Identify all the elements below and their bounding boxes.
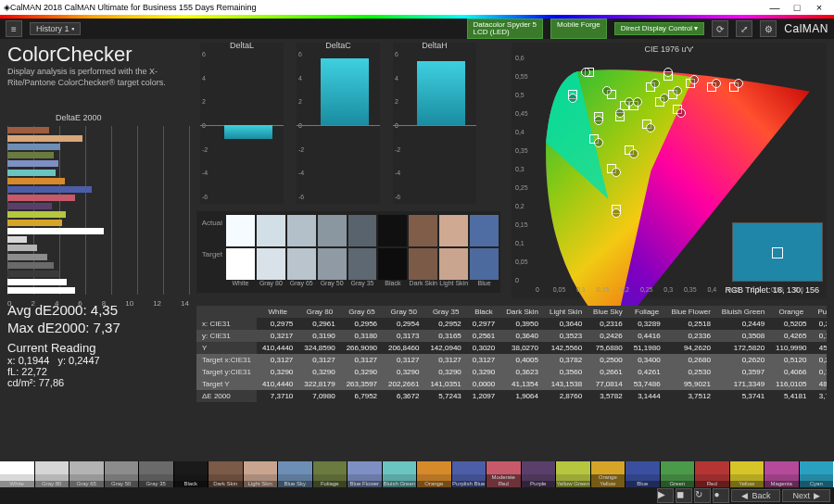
expand-icon[interactable]: ⤢ — [736, 20, 752, 37]
panel-header: ColorChecker Display analysis is perform… — [7, 43, 193, 88]
palette-swatch[interactable]: Purplish Blue — [452, 461, 487, 487]
palette-swatch[interactable]: Gray 35 — [139, 461, 174, 487]
window-maximize[interactable]: □ — [786, 2, 808, 13]
back-button[interactable]: ◀ Back — [731, 489, 780, 502]
de2000-bar — [7, 236, 27, 243]
cie-measured-point — [712, 79, 721, 88]
table-cell: 172,5820 — [716, 342, 770, 354]
de2000-bar — [7, 211, 66, 218]
swatch-target — [287, 248, 316, 280]
table-header: Gray 35 — [424, 306, 466, 318]
table-cell: 0,3623 — [500, 366, 544, 378]
table-cell: 1,2097 — [467, 390, 500, 402]
table-cell: 3,7512 — [666, 390, 716, 402]
cie-measured-point — [625, 97, 634, 107]
palette-swatch[interactable]: Orange — [417, 461, 452, 487]
palette-swatch[interactable]: Blue Flower — [348, 461, 383, 487]
palette-swatch[interactable]: Green — [661, 461, 696, 487]
de2000-bar — [7, 152, 54, 158]
de2000-bar — [7, 228, 104, 234]
table-cell: 0,16 — [812, 330, 827, 342]
window-title: CalMAN 2018 CalMAN Ultimate for Business… — [10, 3, 257, 12]
app-header: ≡ History 1 ▪ Datacolor Spyder 5 LCD (LE… — [0, 19, 834, 39]
palette-swatch[interactable]: Magenta — [764, 461, 800, 487]
next-button[interactable]: Next ▶ — [782, 489, 830, 502]
direct-display-control[interactable]: Direct Display Control ▾ — [614, 22, 705, 35]
record-button[interactable]: ● — [713, 488, 729, 503]
deltaC-chart: DeltaC-6-4-20246 — [297, 43, 380, 204]
table-row-header: Target x:CIE31 — [196, 354, 257, 366]
gear-icon[interactable]: ⚙ — [760, 20, 777, 37]
palette-swatch[interactable]: Moderate Red — [486, 461, 522, 487]
window-titlebar: ◈ CalMAN 2018 CalMAN Ultimate for Busine… — [0, 0, 834, 15]
table-cell: 0,3127 — [383, 354, 424, 366]
swatch-name: Gray 65 — [287, 280, 316, 293]
palette-swatch[interactable]: Yellow — [730, 461, 765, 487]
palette-swatch[interactable]: Dark Skin — [208, 461, 244, 487]
palette-swatch[interactable]: Blue Sky — [278, 461, 313, 487]
cie-measured-point — [734, 79, 743, 88]
swatch-target — [439, 248, 468, 280]
palette-swatch[interactable]: Gray 50 — [105, 461, 140, 487]
window-close[interactable]: × — [808, 2, 830, 13]
history-dropdown[interactable]: History 1 ▪ — [30, 22, 81, 35]
de2000-bar — [7, 170, 56, 176]
swatch-target — [226, 248, 255, 280]
palette-swatch[interactable]: White — [0, 461, 35, 487]
cie-measured-point — [646, 123, 655, 132]
palette-swatch[interactable]: Cyan — [800, 461, 835, 487]
cie-measured-point — [673, 86, 682, 95]
table-header: Foliage — [628, 306, 666, 318]
source-pill-datacolor[interactable]: Datacolor Spyder 5 LCD (LED) — [467, 19, 543, 39]
table-cell: 0,3180 — [341, 330, 383, 342]
source-pill-mobileforge[interactable]: Mobile Forge — [550, 19, 607, 39]
table-cell: 0,3290 — [341, 366, 383, 378]
palette-swatch[interactable]: Gray 80 — [35, 461, 70, 487]
table-header: Blue Flower — [666, 306, 716, 318]
play-button[interactable]: ▶ — [657, 488, 674, 503]
table-cell: 0,2620 — [716, 354, 770, 366]
table-cell: 94,2620 — [666, 342, 716, 354]
table-cell: 0,3782 — [544, 354, 588, 366]
data-table[interactable]: WhiteGray 80Gray 65Gray 50Gray 35BlackDa… — [196, 306, 827, 460]
table-cell: 0,2336 — [666, 330, 716, 342]
swatch-actual — [287, 215, 316, 246]
swatch-name: White — [226, 280, 255, 293]
table-cell: 77,0814 — [588, 378, 628, 390]
window-minimize[interactable]: — — [764, 2, 786, 13]
table-cell: 5,7243 — [424, 390, 466, 402]
table-cell: 0,3217 — [257, 330, 298, 342]
loop-button[interactable]: ↻ — [694, 488, 711, 503]
de2000-bar — [7, 127, 49, 133]
de2000-bar — [7, 135, 82, 142]
avg-de2000: Avg dE2000: 4,35 — [7, 302, 189, 318]
palette-swatch[interactable]: Orange Yellow — [591, 461, 626, 487]
de2000-bar — [7, 287, 75, 294]
table-cell: 0,2977 — [467, 318, 500, 330]
table-row-header: Y — [196, 342, 257, 354]
table-cell: 322,8179 — [298, 378, 340, 390]
menu-icon[interactable]: ≡ — [6, 20, 22, 37]
deltaL-chart: DeltaL-6-4-20246 — [200, 43, 284, 204]
swatch-target — [470, 248, 499, 280]
palette-swatch[interactable]: Gray 65 — [70, 461, 105, 487]
refresh-icon[interactable]: ⟳ — [712, 20, 728, 37]
palette-swatch[interactable]: Red — [695, 461, 730, 487]
table-cell: 116,0105 — [770, 378, 812, 390]
palette-swatch[interactable]: Blue — [626, 461, 661, 487]
table-cell: 45,4 — [812, 342, 827, 354]
de2000-bar — [7, 245, 37, 251]
palette-swatch[interactable]: Bluish Green — [383, 461, 418, 487]
palette-swatch[interactable]: Yellow Green — [556, 461, 591, 487]
palette-swatch[interactable]: Light Skin — [244, 461, 279, 487]
table-cell: 0,0000 — [467, 378, 500, 390]
palette-swatch[interactable]: Purple — [522, 461, 557, 487]
stop-button[interactable]: ◼ — [676, 488, 692, 503]
table-cell: 0,3290 — [298, 366, 340, 378]
table-header: Dark Skin — [500, 306, 544, 318]
palette-swatch[interactable]: Foliage — [313, 461, 348, 487]
swatch-actual — [470, 215, 499, 246]
table-cell: 0,2316 — [588, 318, 628, 330]
palette-swatch[interactable]: Black — [174, 461, 209, 487]
swatch-name: Black — [378, 280, 407, 293]
